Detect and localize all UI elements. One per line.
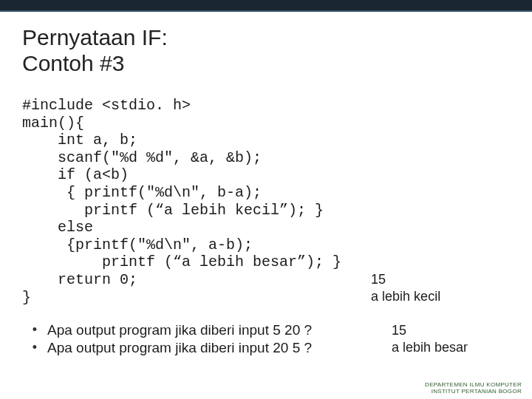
bullet-icon: • — [22, 322, 47, 338]
questions-block: • Apa output program jika diberi input 5… — [22, 322, 510, 358]
code-line: scanf("%d %d", &a, &b); — [22, 149, 262, 166]
code-line: printf (“a lebih kecil”); } — [22, 202, 324, 219]
code-block: #include <stdio. h> main(){ int a, b; sc… — [22, 97, 341, 306]
code-line: } — [22, 289, 31, 306]
output-2: 15 a lebih besar — [392, 322, 510, 355]
content-area: Pernyataan IF: Contoh #3 #include <stdio… — [0, 12, 532, 358]
footer: DEPARTEMEN ILMU KOMPUTER INSTITUT PERTAN… — [425, 381, 522, 395]
code-line: else — [22, 219, 93, 236]
output-1: 15 a lebih kecil — [371, 271, 440, 306]
title-text: Pernyataan IF: Contoh #3 — [22, 25, 168, 75]
top-bar — [0, 0, 532, 12]
slide: Pernyataan IF: Contoh #3 #include <stdio… — [0, 0, 532, 399]
answer-column: 15 a lebih besar — [392, 322, 510, 358]
question-column: • Apa output program jika diberi input 5… — [22, 322, 392, 358]
slide-title: Pernyataan IF: Contoh #3 — [22, 25, 510, 76]
bullet-icon: • — [22, 340, 47, 355]
code-line: int a, b; — [22, 132, 137, 149]
code-line: main(){ — [22, 115, 84, 132]
code-line: #include <stdio. h> — [22, 97, 191, 114]
code-line: {printf("%d\n", a-b); — [22, 236, 253, 253]
question-item: • Apa output program jika diberi input 2… — [22, 340, 392, 356]
code-line: { printf("%d\n", b-a); — [22, 184, 262, 201]
code-line: printf (“a lebih besar”); } — [22, 253, 341, 270]
code-line: if (a<b) — [22, 166, 129, 183]
footer-line: DEPARTEMEN ILMU KOMPUTER — [425, 381, 522, 388]
code-line: return 0; — [22, 271, 137, 288]
question-text: Apa output program jika diberi input 20 … — [47, 340, 312, 356]
code-output-row: #include <stdio. h> main(){ int a, b; sc… — [22, 97, 510, 306]
question-text: Apa output program jika diberi input 5 2… — [47, 322, 312, 338]
question-item: • Apa output program jika diberi input 5… — [22, 322, 392, 338]
footer-line: INSTITUT PERTANIAN BOGOR — [425, 388, 522, 395]
